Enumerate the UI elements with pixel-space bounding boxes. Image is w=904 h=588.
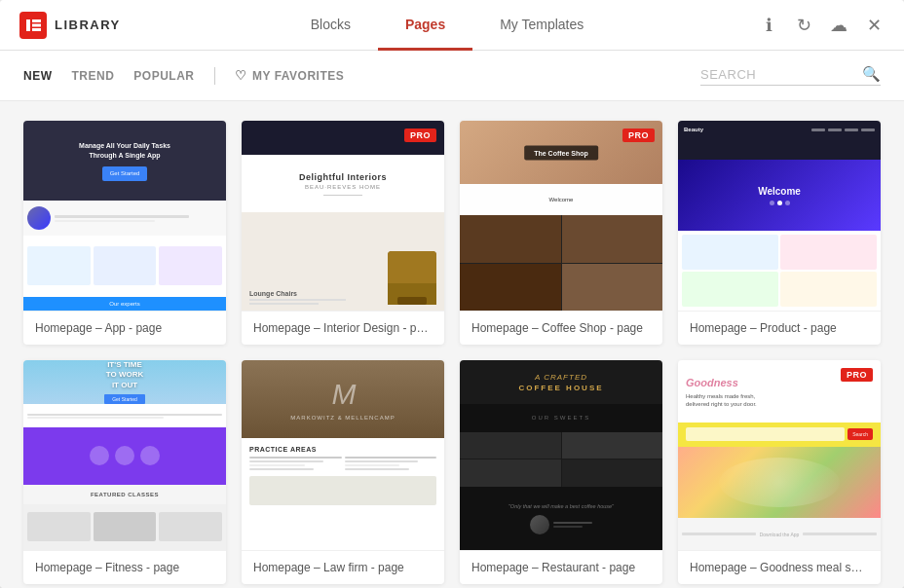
svg-rect-2 xyxy=(32,23,41,26)
template-card-law[interactable]: M MARKOWITZ & MELLENCAMP Practice Areas xyxy=(242,360,444,584)
card-label-product: Homepage – Product - page xyxy=(678,311,881,345)
template-card-app[interactable]: Manage All Your Daily TasksThrough A Sin… xyxy=(23,121,226,345)
template-card-restaurant[interactable]: A CRAFTED COFFEE HOUSE OUR SWEETS xyxy=(460,360,662,584)
tab-pages[interactable]: Pages xyxy=(378,1,472,51)
template-card-product[interactable]: Beauty Welcome xyxy=(678,121,881,345)
refresh-icon[interactable]: ↻ xyxy=(793,15,814,36)
favorites-label: MY FAVORITES xyxy=(252,69,344,83)
card-thumb-fitness: IT'S TIMETO WORKIT OUT Get Started xyxy=(23,360,226,550)
card-label-restaurant: Homepage – Restaurant - page xyxy=(460,550,662,584)
filter-bar: NEW TREND POPULAR ♡ MY FAVORITES 🔍 xyxy=(0,51,904,101)
card-label-app: Homepage – App - page xyxy=(23,311,226,345)
card-thumb-product: Beauty Welcome xyxy=(678,121,881,311)
card-label-coffee: Homepage – Coffee Shop - page xyxy=(460,311,662,345)
card-thumb-goodness: PRO Goodness Healthy meals made fresh,de… xyxy=(678,360,881,550)
card-thumb-coffee: PRO The Coffee Shop Welcome xyxy=(460,121,662,311)
save-icon[interactable]: ☁ xyxy=(828,15,849,36)
modal-header: LIBRARY Blocks Pages My Templates ℹ ↻ ☁ … xyxy=(0,0,904,51)
library-modal: LIBRARY Blocks Pages My Templates ℹ ↻ ☁ … xyxy=(0,0,904,588)
search-area: 🔍 xyxy=(700,65,881,86)
heart-icon: ♡ xyxy=(235,68,247,83)
card-label-law: Homepage – Law firm - page xyxy=(242,550,444,584)
templates-content: Manage All Your Daily TasksThrough A Sin… xyxy=(0,101,904,588)
search-icon[interactable]: 🔍 xyxy=(862,65,881,83)
template-card-coffee[interactable]: PRO The Coffee Shop Welcome xyxy=(460,121,662,345)
template-card-interior[interactable]: PRO Delightful Interiors BEAU·REEVES HOM… xyxy=(242,121,444,345)
elementor-logo-icon xyxy=(19,12,47,39)
tab-blocks[interactable]: Blocks xyxy=(283,1,378,51)
card-thumb-interior: PRO Delightful Interiors BEAU·REEVES HOM… xyxy=(242,121,444,311)
info-icon[interactable]: ℹ xyxy=(758,15,779,36)
filter-trend[interactable]: TREND xyxy=(72,65,115,87)
pro-badge-interior: PRO xyxy=(404,129,436,142)
card-label-fitness: Homepage – Fitness - page xyxy=(23,550,226,584)
filter-new[interactable]: NEW xyxy=(23,65,53,87)
filter-favorites[interactable]: ♡ MY FAVORITES xyxy=(235,68,345,83)
logo-area: LIBRARY xyxy=(19,12,136,39)
template-card-goodness[interactable]: PRO Goodness Healthy meals made fresh,de… xyxy=(678,360,881,584)
header-tabs: Blocks Pages My Templates xyxy=(136,0,758,50)
svg-rect-3 xyxy=(32,28,41,31)
logo-text: LIBRARY xyxy=(55,18,121,32)
tab-my-templates[interactable]: My Templates xyxy=(472,1,611,51)
card-label-interior: Homepage – Interior Design - page xyxy=(242,311,444,345)
pro-badge-coffee: PRO xyxy=(622,129,655,142)
template-card-fitness[interactable]: IT'S TIMETO WORKIT OUT Get Started xyxy=(23,360,226,584)
card-thumb-law: M MARKOWITZ & MELLENCAMP Practice Areas xyxy=(242,360,444,550)
filter-divider xyxy=(214,67,215,85)
svg-rect-0 xyxy=(26,19,30,31)
close-icon[interactable]: ✕ xyxy=(863,15,885,36)
header-actions: ℹ ↻ ☁ ✕ xyxy=(758,15,885,36)
search-input[interactable] xyxy=(700,67,856,82)
card-thumb-restaurant: A CRAFTED COFFEE HOUSE OUR SWEETS xyxy=(460,360,662,550)
pro-badge-goodness: PRO xyxy=(841,368,873,382)
svg-rect-1 xyxy=(32,19,41,22)
templates-grid: Manage All Your Daily TasksThrough A Sin… xyxy=(23,121,881,584)
filter-popular[interactable]: POPULAR xyxy=(133,65,194,87)
card-thumb-app: Manage All Your Daily TasksThrough A Sin… xyxy=(23,121,226,311)
card-label-goodness: Homepage – Goodness meal servi... xyxy=(678,550,881,584)
